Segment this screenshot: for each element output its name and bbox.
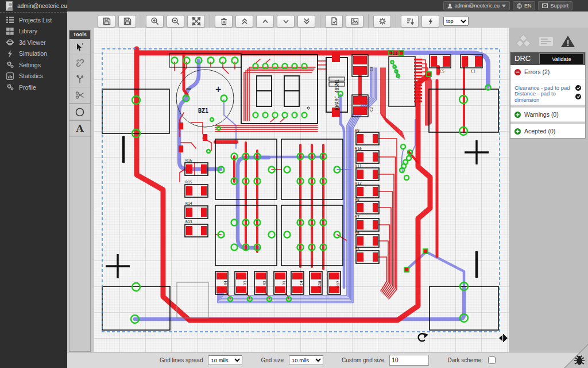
zoom-out-icon xyxy=(171,17,180,26)
move-up-button[interactable] xyxy=(256,15,274,28)
delete-button[interactable] xyxy=(215,15,233,28)
right-resistor-column[interactable]: R9 R10 R11 R12 R8 R7 R6 R5 xyxy=(355,128,379,263)
pcb-canvas[interactable]: R9 R10 R11 R12 R8 R7 R6 R5 R16 R15 R14 R… xyxy=(94,28,509,352)
bottom-component-row[interactable]: R4 R3 R2 R1 C4 R18 R17 xyxy=(215,271,341,294)
export-image-button[interactable] xyxy=(346,15,363,28)
sidebar-item-settings[interactable]: Settings xyxy=(0,59,67,71)
sidebar-user[interactable]: admin@neoteric.eu xyxy=(0,0,67,13)
tools-panel: Tools A xyxy=(69,30,91,352)
sidebar-item-simulation[interactable]: Simulation xyxy=(0,48,67,60)
sidebar-item-3d-viewer[interactable]: 3d Viewer xyxy=(0,37,67,48)
move-bottom-button[interactable] xyxy=(297,15,315,28)
svg-text:C3: C3 xyxy=(369,67,374,71)
tool-cut[interactable] xyxy=(69,87,90,103)
main-toolbar: top xyxy=(98,14,469,28)
settings-button[interactable] xyxy=(373,15,391,28)
svg-text:R4: R4 xyxy=(223,281,228,285)
statusbar: Grid lines spread 10 mils Grid size 10 m… xyxy=(67,352,588,368)
tools-panel-title: Tools xyxy=(69,30,90,39)
toolbar-separator xyxy=(210,14,210,28)
drc-accepted-row[interactable]: Acepted (0) xyxy=(510,124,585,138)
simulate-button[interactable] xyxy=(421,15,439,28)
tool-route[interactable] xyxy=(69,71,90,87)
pcb-red-thick-traces[interactable] xyxy=(137,49,430,320)
gears-icon xyxy=(6,83,14,91)
move-down-button[interactable] xyxy=(277,15,295,28)
check-icon[interactable] xyxy=(575,94,581,99)
svg-text:+: + xyxy=(215,83,221,95)
bolt-icon xyxy=(6,50,14,57)
zoom-out-button[interactable] xyxy=(167,15,184,28)
drc-errors-row[interactable]: Errors (2) xyxy=(510,65,585,79)
svg-text:R3: R3 xyxy=(243,281,247,285)
sidebar-item-statistics[interactable]: Statistics xyxy=(0,71,67,82)
sidebar: admin@neoteric.eu Projects List Library … xyxy=(0,0,67,368)
svg-text:C2: C2 xyxy=(369,107,374,112)
export-document-button[interactable] xyxy=(325,15,343,28)
grid-size-label: Grid size xyxy=(261,357,283,363)
svg-text:BZ1: BZ1 xyxy=(198,108,208,114)
tool-circle[interactable] xyxy=(69,103,90,120)
svg-text:R6: R6 xyxy=(355,231,359,235)
grid-lines-spread-select[interactable]: 10 mils xyxy=(208,355,242,365)
layer-view-select[interactable]: top xyxy=(443,17,469,26)
sidebar-item-label: Profile xyxy=(19,84,36,91)
drc-warnings-row[interactable]: Warnings (0) xyxy=(510,108,585,122)
zoom-fit-button[interactable] xyxy=(187,15,205,28)
topbar-language-button[interactable]: EN xyxy=(513,1,536,10)
grid-size-select[interactable]: 10 mils xyxy=(289,355,323,365)
floppy-icon xyxy=(102,17,111,26)
custom-grid-size-input[interactable] xyxy=(389,355,429,366)
toolbar-separator xyxy=(396,14,396,28)
trash-icon xyxy=(219,17,229,26)
tool-text[interactable]: A xyxy=(69,120,90,137)
warnings-icon[interactable] xyxy=(560,35,575,48)
mirror-icon[interactable] xyxy=(499,334,508,342)
sidebar-item-projects-list[interactable]: Projects List xyxy=(0,14,67,26)
globe-3d-icon xyxy=(6,39,14,46)
dark-scheme-checkbox[interactable] xyxy=(488,356,496,364)
image-icon xyxy=(350,17,359,26)
custom-grid-size-label: Custom grid size xyxy=(342,357,384,363)
svg-text:R10: R10 xyxy=(355,147,362,151)
save-as-button[interactable] xyxy=(118,15,136,28)
components-icon[interactable] xyxy=(516,34,532,48)
pcb-red-bundle[interactable] xyxy=(378,139,397,299)
plus-icon xyxy=(514,112,521,118)
topbar: admin@neoteric.eu EN Support xyxy=(67,0,588,12)
svg-text:R5: R5 xyxy=(355,247,359,251)
tool-net[interactable] xyxy=(69,55,90,71)
panel-notes-icon[interactable] xyxy=(539,36,554,47)
save-button[interactable] xyxy=(98,15,115,28)
topbar-support-label: Support xyxy=(550,3,568,9)
drc-errors-label: Errors (2) xyxy=(524,68,550,75)
topbar-user-menu[interactable]: admin@neoteric.eu xyxy=(443,1,510,10)
zoom-in-button[interactable] xyxy=(146,15,164,28)
check-icon[interactable] xyxy=(575,85,581,91)
drc-error-link[interactable]: Distance - pad to dimension xyxy=(514,92,581,101)
sidebar-nav: Projects List Library 3d Viewer Simulati… xyxy=(0,13,67,93)
sidebar-item-library[interactable]: Library xyxy=(0,26,67,37)
svg-text:R14: R14 xyxy=(185,201,192,206)
bug-report-icon[interactable] xyxy=(573,355,586,366)
rotate-icon[interactable] xyxy=(419,333,428,341)
sidebar-item-label: Settings xyxy=(19,62,41,68)
topbar-support-button[interactable]: Support xyxy=(538,1,572,10)
fork-route-icon xyxy=(75,75,84,84)
move-top-button[interactable] xyxy=(235,15,253,28)
cursor-icon xyxy=(75,43,84,52)
tool-select[interactable] xyxy=(69,39,90,55)
sidebar-item-label: Statistics xyxy=(19,72,43,79)
svg-text:IC1: IC1 xyxy=(390,51,397,56)
topbar-user-label: admin@neoteric.eu xyxy=(455,3,500,9)
validate-button[interactable]: Validate xyxy=(539,53,584,64)
svg-text:−: − xyxy=(185,83,191,94)
chevron-down-icon xyxy=(281,17,291,26)
sidebar-item-profile[interactable]: Profile xyxy=(0,82,67,93)
sort-button[interactable] xyxy=(401,15,419,28)
svg-text:R17: R17 xyxy=(336,281,341,288)
pcb-drawing[interactable]: R9 R10 R11 R12 R8 R7 R6 R5 R16 R15 R14 R… xyxy=(94,28,509,352)
circle-icon xyxy=(75,107,85,117)
svg-text:C5: C5 xyxy=(440,69,444,74)
svg-text:KWARC 48SM1: KWARC 48SM1 xyxy=(335,79,340,110)
